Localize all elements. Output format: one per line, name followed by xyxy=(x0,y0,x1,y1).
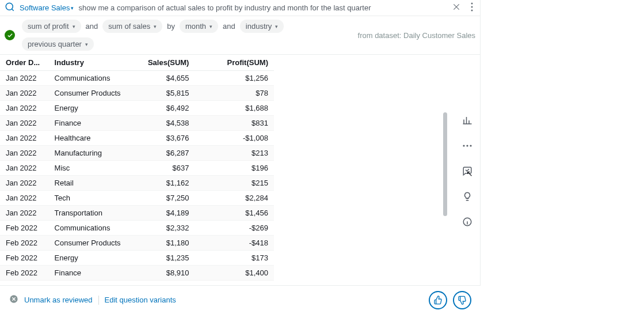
svg-point-3 xyxy=(471,10,473,12)
table-row[interactable]: Jan 2022Healthcare$3,676-$1,008 xyxy=(0,131,274,146)
edit-variants-link[interactable]: Edit question variants xyxy=(105,296,176,304)
scrollbar-thumb[interactable] xyxy=(443,112,447,216)
cell-date: Jan 2022 xyxy=(0,131,49,146)
table-row[interactable]: Jan 2022Communications$4,655$1,256 xyxy=(0,71,274,86)
table-row[interactable]: Jan 2022Consumer Products$5,815$78 xyxy=(0,86,274,101)
chip-sum-of-sales[interactable]: sum of sales▾ xyxy=(102,20,162,33)
cell-sales: $6,492 xyxy=(134,101,195,116)
kw-profit[interactable]: profit xyxy=(216,3,233,12)
svg-point-1 xyxy=(471,3,473,5)
svg-point-6 xyxy=(470,145,471,146)
thumbs-down-button[interactable] xyxy=(453,291,471,309)
connector-by: by xyxy=(167,22,175,31)
cell-industry: Healthcare xyxy=(49,131,134,146)
info-icon[interactable] xyxy=(459,214,475,230)
table-row[interactable]: Jan 2022Transportation$4,189$1,456 xyxy=(0,206,274,221)
svg-point-4 xyxy=(463,145,464,146)
results-table-wrap[interactable]: Order D... Industry Sales(SUM) Profit(SU… xyxy=(0,55,274,314)
caret-down-icon: ▾ xyxy=(85,41,88,47)
data-source-label: Software Sales xyxy=(20,3,70,12)
interpretation-bar: sum of profit▾ and sum of sales▾ by mont… xyxy=(0,16,480,55)
close-icon[interactable] xyxy=(449,2,464,14)
col-order-date[interactable]: Order D... xyxy=(0,55,49,71)
chip-industry[interactable]: industry▾ xyxy=(240,20,284,33)
cell-sales: $4,538 xyxy=(134,116,195,131)
col-sales[interactable]: Sales(SUM) xyxy=(134,55,195,71)
cell-industry: Manufacturing xyxy=(49,146,134,161)
table-row[interactable]: Feb 2022Energy$1,235$173 xyxy=(0,251,274,266)
cell-profit: $1,688 xyxy=(195,101,274,116)
table-row[interactable]: Jan 2022Tech$7,250$2,284 xyxy=(0,191,274,206)
cell-profit: -$1,008 xyxy=(195,131,274,146)
data-source-dropdown[interactable]: Software Sales▾ xyxy=(20,3,74,12)
svg-point-5 xyxy=(466,145,468,146)
thumbs-up-button[interactable] xyxy=(429,291,447,309)
table-row[interactable]: Jan 2022Misc$637$196 xyxy=(0,161,274,176)
kw-month[interactable]: month xyxy=(287,3,308,12)
lightbulb-icon[interactable] xyxy=(459,188,475,205)
chip-sum-of-profit[interactable]: sum of profit▾ xyxy=(22,20,81,33)
cell-sales: $637 xyxy=(134,161,195,176)
table-row[interactable]: Feb 2022Consumer Products$1,180-$418 xyxy=(0,236,274,251)
svg-point-2 xyxy=(471,6,473,8)
divider xyxy=(98,296,99,305)
cell-date: Jan 2022 xyxy=(0,146,49,161)
chip-month[interactable]: month▾ xyxy=(180,20,218,33)
table-row[interactable]: Jan 2022Manufacturing$6,287$213 xyxy=(0,146,274,161)
caret-down-icon: ▾ xyxy=(71,5,74,11)
cell-profit: $1,400 xyxy=(195,266,274,281)
cell-date: Jan 2022 xyxy=(0,161,49,176)
chip-previous-quarter[interactable]: previous quarter▾ xyxy=(22,37,94,51)
unmark-reviewed-link[interactable]: Unmark as reviewed xyxy=(24,296,93,304)
kw-quarter[interactable]: quarter xyxy=(347,3,371,12)
check-circle-icon xyxy=(5,30,15,40)
cell-industry: Finance xyxy=(49,116,134,131)
connector-and-2: and xyxy=(223,22,235,31)
cell-industry: Communications xyxy=(49,71,134,86)
col-industry[interactable]: Industry xyxy=(49,55,134,71)
cell-date: Feb 2022 xyxy=(0,236,49,251)
cell-profit: $78 xyxy=(195,86,274,101)
cell-sales: $8,910 xyxy=(134,266,195,281)
kw-actual-sales[interactable]: actual sales xyxy=(166,3,205,12)
table-row[interactable]: Feb 2022Finance$8,910$1,400 xyxy=(0,266,274,281)
unmark-x-icon[interactable] xyxy=(9,294,18,305)
cell-sales: $1,162 xyxy=(134,176,195,191)
cell-sales: $1,235 xyxy=(134,251,195,266)
cell-sales: $6,287 xyxy=(134,146,195,161)
cell-date: Jan 2022 xyxy=(0,71,49,86)
kw-industry[interactable]: industry xyxy=(245,3,271,12)
cell-date: Jan 2022 xyxy=(0,206,49,221)
cell-sales: $3,676 xyxy=(134,131,195,146)
col-profit[interactable]: Profit(SUM) xyxy=(195,55,274,71)
more-icon[interactable] xyxy=(459,138,475,154)
cell-profit: -$418 xyxy=(195,236,274,251)
cell-industry: Communications xyxy=(49,221,134,236)
cell-industry: Consumer Products xyxy=(49,236,134,251)
caret-down-icon: ▾ xyxy=(73,24,75,29)
quicksight-q-icon xyxy=(5,2,15,14)
query-bar: Software Sales▾ show me a comparison of … xyxy=(0,0,480,16)
kebab-menu-icon[interactable] xyxy=(468,1,475,14)
cell-industry: Energy xyxy=(49,251,134,266)
feedback-icon[interactable] xyxy=(459,163,475,179)
cell-date: Feb 2022 xyxy=(0,266,49,281)
cell-profit: $173 xyxy=(195,251,274,266)
chart-icon[interactable] xyxy=(459,112,475,128)
cell-industry: Tech xyxy=(49,191,134,206)
cell-profit: $213 xyxy=(195,146,274,161)
table-row[interactable]: Jan 2022Retail$1,162$215 xyxy=(0,176,274,191)
cell-sales: $7,250 xyxy=(134,191,195,206)
results-table: Order D... Industry Sales(SUM) Profit(SU… xyxy=(0,55,274,281)
cell-date: Feb 2022 xyxy=(0,251,49,266)
table-row[interactable]: Jan 2022Finance$4,538$831 xyxy=(0,116,274,131)
cell-sales: $1,180 xyxy=(134,236,195,251)
query-text[interactable]: show me a comparison of actual sales to … xyxy=(78,3,444,12)
connector-and: and xyxy=(86,22,98,31)
table-row[interactable]: Jan 2022Energy$6,492$1,688 xyxy=(0,101,274,116)
cell-profit: $2,284 xyxy=(195,191,274,206)
table-row[interactable]: Feb 2022Communications$2,332-$269 xyxy=(0,221,274,236)
cell-date: Jan 2022 xyxy=(0,176,49,191)
cell-date: Jan 2022 xyxy=(0,116,49,131)
cell-date: Jan 2022 xyxy=(0,86,49,101)
